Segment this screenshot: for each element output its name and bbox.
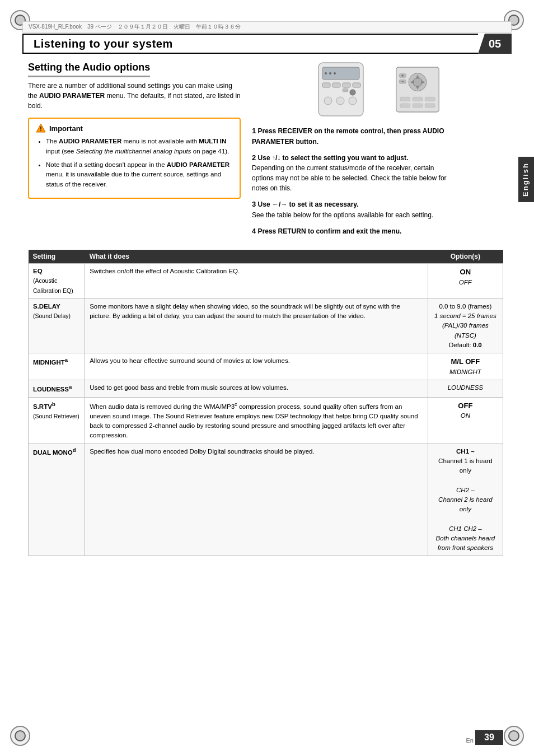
table-row: LOUDNESSa Used to get good bass and treb…	[29, 380, 503, 397]
svg-rect-32	[425, 104, 435, 108]
header-title-box: Listening to your system	[22, 34, 478, 54]
svg-point-8	[325, 72, 327, 74]
corner-decoration-br	[504, 726, 524, 746]
svg-point-12	[324, 97, 332, 105]
svg-rect-5	[332, 83, 340, 87]
svg-text:+: +	[401, 73, 404, 78]
intro-text: There are a number of additional sound s…	[28, 81, 241, 111]
svg-rect-4	[322, 83, 330, 87]
col-setting: Setting	[29, 250, 85, 264]
svg-rect-11	[343, 88, 348, 92]
svg-rect-3	[322, 67, 359, 80]
what-cell-loudness: Used to get good bass and treble from mu…	[85, 380, 428, 397]
svg-point-18	[413, 78, 422, 87]
important-label: Important	[49, 124, 83, 133]
svg-point-13	[336, 97, 344, 105]
options-cell-sdelay: 0.0 to 9.0 (frames) 1 second = 25 frames…	[428, 298, 503, 353]
svg-point-10	[334, 72, 336, 74]
audio-options-table: Setting What it does Option(s) EQ (Acous…	[28, 250, 503, 556]
important-title: ! Important	[36, 123, 233, 133]
options-cell-loudness: LOUDNESS	[428, 380, 503, 397]
svg-point-14	[349, 97, 357, 105]
svg-rect-28	[413, 97, 423, 101]
important-item-2: Note that if a setting doesn't appear in…	[46, 160, 233, 190]
intro-section: Setting the Audio options There are a nu…	[28, 62, 503, 242]
svg-text:−: −	[401, 78, 404, 84]
chapter-badge: 05	[478, 34, 512, 54]
setting-cell-srtv: S.RTVb (Sound Retriever)	[29, 397, 85, 444]
page-lang: En	[466, 737, 474, 744]
page-number: 39	[475, 730, 503, 745]
warning-icon: !	[36, 123, 46, 133]
what-cell-sdelay: Some monitors have a slight delay when s…	[85, 298, 428, 353]
table-row: S.DELAY (Sound Delay) Some monitors have…	[29, 298, 503, 353]
important-item-1: The AUDIO PARAMETER menu is not availabl…	[46, 137, 233, 157]
step-3-num: 3	[252, 200, 256, 208]
section-title: Setting the Audio options	[28, 62, 150, 77]
important-box: ! Important The AUDIO PARAMETER menu is …	[28, 118, 241, 199]
step-1-num: 1	[252, 127, 256, 135]
file-info-bar: VSX-819H_RLF.book 39 ページ ２０９年１月２０日 火曜日 午…	[22, 21, 512, 32]
step-4-num: 4	[252, 227, 256, 235]
setting-cell-midnight: MIDNIGHTa	[29, 353, 85, 380]
svg-point-15	[350, 90, 355, 95]
remote-illustration: + −	[252, 62, 503, 118]
what-cell-midnight: Allows you to hear effective surround so…	[85, 353, 428, 380]
corner-decoration-bl	[10, 726, 30, 746]
important-list: The AUDIO PARAMETER menu is not availabl…	[36, 137, 233, 190]
left-column: Setting the Audio options There are a nu…	[28, 62, 241, 242]
step-2-num: 2	[252, 153, 256, 162]
svg-point-9	[329, 72, 331, 74]
language-tab: English	[518, 157, 534, 202]
options-cell-eq: ON OFF	[428, 264, 503, 299]
main-content: Setting the Audio options There are a nu…	[28, 62, 503, 722]
table-row: S.RTVb (Sound Retriever) When audio data…	[29, 397, 503, 444]
what-cell-dualmono: Specifies how dual mono encoded Dolby Di…	[85, 444, 428, 556]
svg-rect-7	[353, 83, 360, 87]
remote-control-1	[316, 62, 388, 118]
what-cell-eq: Switches on/off the effect of Acoustic C…	[85, 264, 428, 299]
remote-control-2: + −	[395, 62, 440, 118]
setting-cell-loudness: LOUDNESSa	[29, 380, 85, 397]
col-what: What it does	[85, 250, 428, 264]
table-row: DUAL MONOd Specifies how dual mono encod…	[29, 444, 503, 556]
step-3: 3 Use ←/→ to set it as necessary. See th…	[252, 199, 453, 220]
step-4: 4 Press RETURN to confirm and exit the m…	[252, 226, 453, 237]
table-row: MIDNIGHTa Allows you to hear effective s…	[29, 353, 503, 380]
options-cell-dualmono: CH1 – Channel 1 is heard only CH2 – Chan…	[428, 444, 503, 556]
step-2: 2 Use ↑/↓ to select the setting you want…	[252, 152, 453, 194]
svg-rect-30	[400, 104, 410, 108]
svg-rect-27	[400, 97, 410, 101]
setting-cell-dualmono: DUAL MONOd	[29, 444, 85, 556]
table-row: EQ (Acoustic Calibration EQ) Switches on…	[29, 264, 503, 299]
what-cell-srtv: When audio data is removed during the WM…	[85, 397, 428, 444]
table-header-row: Setting What it does Option(s)	[29, 250, 503, 264]
setting-cell-sdelay: S.DELAY (Sound Delay)	[29, 298, 85, 353]
svg-text:!: !	[40, 126, 41, 132]
svg-rect-6	[343, 83, 350, 87]
header-bar: Listening to your system 05	[22, 34, 512, 54]
svg-rect-29	[425, 97, 435, 101]
options-cell-srtv: OFF ON	[428, 397, 503, 444]
file-info-text: VSX-819H_RLF.book 39 ページ ２０９年１月２０日 火曜日 午…	[29, 23, 241, 31]
col-options: Option(s)	[428, 250, 503, 264]
setting-cell-eq: EQ (Acoustic Calibration EQ)	[29, 264, 85, 299]
right-column: + − 1 Press RECEIVER on the remote contr…	[252, 62, 503, 242]
options-cell-midnight: M/L OFF MIDNIGHT	[428, 353, 503, 380]
svg-rect-31	[413, 104, 423, 108]
step-1: 1 Press RECEIVER on the remote control, …	[252, 125, 453, 147]
header-title: Listening to your system	[34, 38, 173, 50]
